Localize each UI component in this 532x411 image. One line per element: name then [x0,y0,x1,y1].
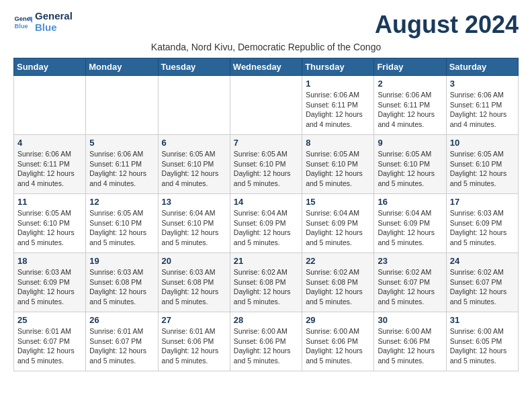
week-row-4: 18Sunrise: 6:03 AM Sunset: 6:09 PM Dayli… [14,253,519,312]
day-info: Sunrise: 6:06 AM Sunset: 6:11 PM Dayligh… [89,149,154,189]
day-info: Sunrise: 6:02 AM Sunset: 6:07 PM Dayligh… [378,267,442,307]
day-header-thursday: Thursday [302,58,374,76]
calendar-table: SundayMondayTuesdayWednesdayThursdayFrid… [13,58,519,371]
calendar-cell: 24Sunrise: 6:02 AM Sunset: 6:07 PM Dayli… [446,253,518,312]
day-info: Sunrise: 6:00 AM Sunset: 6:06 PM Dayligh… [378,326,442,366]
day-header-monday: Monday [86,58,158,76]
logo-icon: General Blue [13,13,32,32]
day-info: Sunrise: 6:00 AM Sunset: 6:06 PM Dayligh… [306,326,370,366]
day-info: Sunrise: 6:04 AM Sunset: 6:09 PM Dayligh… [234,208,298,248]
day-number: 18 [17,256,82,266]
day-number: 2 [378,79,442,89]
calendar-cell: 10Sunrise: 6:05 AM Sunset: 6:10 PM Dayli… [446,135,518,194]
calendar-cell: 13Sunrise: 6:04 AM Sunset: 6:10 PM Dayli… [158,194,230,253]
day-number: 16 [378,197,442,207]
day-number: 29 [306,315,370,325]
calendar-cell: 22Sunrise: 6:02 AM Sunset: 6:08 PM Dayli… [302,253,374,312]
day-header-wednesday: Wednesday [230,58,302,76]
day-number: 19 [89,256,154,266]
calendar-cell: 30Sunrise: 6:00 AM Sunset: 6:06 PM Dayli… [374,312,446,371]
day-info: Sunrise: 6:00 AM Sunset: 6:06 PM Dayligh… [234,326,298,366]
day-info: Sunrise: 6:05 AM Sunset: 6:10 PM Dayligh… [17,208,82,248]
calendar-cell: 5Sunrise: 6:06 AM Sunset: 6:11 PM Daylig… [86,135,158,194]
day-info: Sunrise: 6:01 AM Sunset: 6:07 PM Dayligh… [17,326,82,366]
calendar-cell [158,76,230,135]
calendar-cell [86,76,158,135]
day-number: 13 [162,197,226,207]
day-number: 14 [234,197,298,207]
day-info: Sunrise: 6:03 AM Sunset: 6:09 PM Dayligh… [450,208,515,248]
day-header-sunday: Sunday [14,58,86,76]
day-number: 28 [234,315,298,325]
calendar-cell: 2Sunrise: 6:06 AM Sunset: 6:11 PM Daylig… [374,76,446,135]
week-row-5: 25Sunrise: 6:01 AM Sunset: 6:07 PM Dayli… [14,312,519,371]
day-number: 26 [89,315,154,325]
day-info: Sunrise: 6:04 AM Sunset: 6:09 PM Dayligh… [378,208,442,248]
day-header-tuesday: Tuesday [158,58,230,76]
day-info: Sunrise: 6:01 AM Sunset: 6:06 PM Dayligh… [162,326,226,366]
week-row-1: 1Sunrise: 6:06 AM Sunset: 6:11 PM Daylig… [14,76,519,135]
day-number: 5 [89,138,154,148]
day-info: Sunrise: 6:03 AM Sunset: 6:09 PM Dayligh… [17,267,82,307]
calendar-cell [14,76,86,135]
day-number: 11 [17,197,82,207]
day-number: 15 [306,197,370,207]
calendar-cell: 21Sunrise: 6:02 AM Sunset: 6:08 PM Dayli… [230,253,302,312]
day-info: Sunrise: 6:03 AM Sunset: 6:08 PM Dayligh… [89,267,154,307]
day-info: Sunrise: 6:02 AM Sunset: 6:07 PM Dayligh… [450,267,515,307]
day-number: 21 [234,256,298,266]
day-info: Sunrise: 6:05 AM Sunset: 6:10 PM Dayligh… [89,208,154,248]
day-number: 24 [450,256,515,266]
calendar-cell: 25Sunrise: 6:01 AM Sunset: 6:07 PM Dayli… [14,312,86,371]
day-number: 27 [162,315,226,325]
calendar-cell: 12Sunrise: 6:05 AM Sunset: 6:10 PM Dayli… [86,194,158,253]
day-info: Sunrise: 6:05 AM Sunset: 6:10 PM Dayligh… [378,149,442,189]
calendar-cell [230,76,302,135]
calendar-cell: 19Sunrise: 6:03 AM Sunset: 6:08 PM Dayli… [86,253,158,312]
day-number: 4 [17,138,82,148]
calendar-cell: 29Sunrise: 6:00 AM Sunset: 6:06 PM Dayli… [302,312,374,371]
header: General Blue General Blue August 2024 [13,11,519,39]
day-number: 8 [306,138,370,148]
calendar-cell: 6Sunrise: 6:05 AM Sunset: 6:10 PM Daylig… [158,135,230,194]
calendar-cell: 31Sunrise: 6:00 AM Sunset: 6:05 PM Dayli… [446,312,518,371]
svg-text:Blue: Blue [15,22,28,29]
calendar-cell: 8Sunrise: 6:05 AM Sunset: 6:10 PM Daylig… [302,135,374,194]
calendar-cell: 20Sunrise: 6:03 AM Sunset: 6:08 PM Dayli… [158,253,230,312]
calendar-cell: 27Sunrise: 6:01 AM Sunset: 6:06 PM Dayli… [158,312,230,371]
day-number: 3 [450,79,515,89]
day-info: Sunrise: 6:06 AM Sunset: 6:11 PM Dayligh… [17,149,82,189]
day-number: 31 [450,315,515,325]
calendar-subtitle: Katanda, Nord Kivu, Democratic Republic … [13,42,519,52]
day-number: 25 [17,315,82,325]
day-info: Sunrise: 6:06 AM Sunset: 6:11 PM Dayligh… [306,90,370,130]
calendar-cell: 26Sunrise: 6:01 AM Sunset: 6:07 PM Dayli… [86,312,158,371]
day-number: 30 [378,315,442,325]
calendar-cell: 17Sunrise: 6:03 AM Sunset: 6:09 PM Dayli… [446,194,518,253]
day-number: 20 [162,256,226,266]
day-info: Sunrise: 6:05 AM Sunset: 6:10 PM Dayligh… [306,149,370,189]
calendar-cell: 4Sunrise: 6:06 AM Sunset: 6:11 PM Daylig… [14,135,86,194]
day-info: Sunrise: 6:02 AM Sunset: 6:08 PM Dayligh… [306,267,370,307]
day-info: Sunrise: 6:04 AM Sunset: 6:10 PM Dayligh… [162,208,226,248]
calendar-cell: 7Sunrise: 6:05 AM Sunset: 6:10 PM Daylig… [230,135,302,194]
day-number: 10 [450,138,515,148]
day-info: Sunrise: 6:04 AM Sunset: 6:09 PM Dayligh… [306,208,370,248]
calendar-cell: 1Sunrise: 6:06 AM Sunset: 6:11 PM Daylig… [302,76,374,135]
day-info: Sunrise: 6:01 AM Sunset: 6:07 PM Dayligh… [89,326,154,366]
day-info: Sunrise: 6:02 AM Sunset: 6:08 PM Dayligh… [234,267,298,307]
day-info: Sunrise: 6:05 AM Sunset: 6:10 PM Dayligh… [450,149,515,189]
day-number: 1 [306,79,370,89]
logo: General Blue General Blue [13,11,73,33]
logo-text: General Blue [35,11,73,33]
week-row-2: 4Sunrise: 6:06 AM Sunset: 6:11 PM Daylig… [14,135,519,194]
day-number: 23 [378,256,442,266]
calendar-cell: 16Sunrise: 6:04 AM Sunset: 6:09 PM Dayli… [374,194,446,253]
calendar-cell: 9Sunrise: 6:05 AM Sunset: 6:10 PM Daylig… [374,135,446,194]
calendar-cell: 28Sunrise: 6:00 AM Sunset: 6:06 PM Dayli… [230,312,302,371]
day-header-friday: Friday [374,58,446,76]
week-row-3: 11Sunrise: 6:05 AM Sunset: 6:10 PM Dayli… [14,194,519,253]
day-number: 7 [234,138,298,148]
calendar-cell: 14Sunrise: 6:04 AM Sunset: 6:09 PM Dayli… [230,194,302,253]
day-info: Sunrise: 6:05 AM Sunset: 6:10 PM Dayligh… [162,149,226,189]
